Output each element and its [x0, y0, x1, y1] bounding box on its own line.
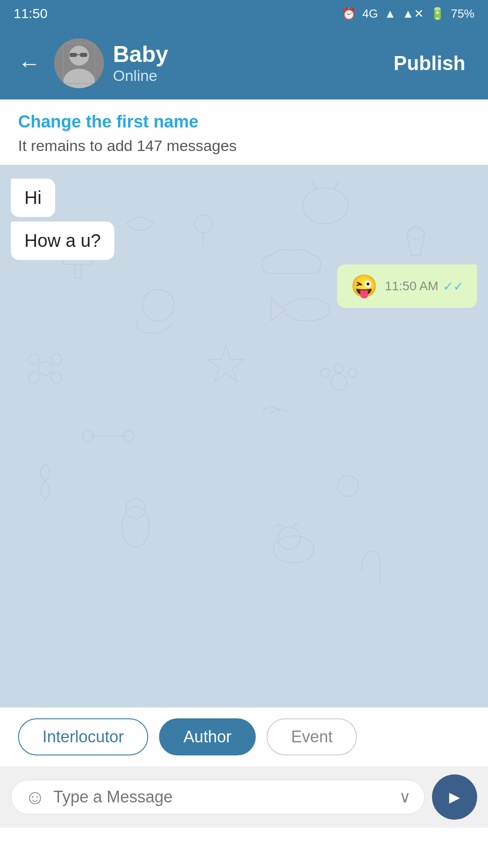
author-button[interactable]: Author — [159, 718, 256, 755]
chat-area: Hi How a u? 😜 11:50 AM ✓✓ — [0, 165, 488, 708]
signal-label: 4G — [362, 7, 378, 21]
message-bubble-2: How a u? — [11, 222, 114, 260]
input-wrapper: ☺ ∨ — [11, 780, 425, 814]
avatar-image — [54, 38, 104, 88]
send-icon: ► — [446, 787, 464, 807]
messages-container: Hi How a u? 😜 11:50 AM ✓✓ — [0, 165, 488, 321]
input-bar: ☺ ∨ ► — [0, 766, 488, 828]
signal-icon: ▲ — [384, 7, 396, 21]
message-bubble-1: Hi — [11, 179, 55, 217]
emoji-button[interactable]: ☺ — [25, 786, 45, 808]
contact-status: Online — [113, 67, 375, 85]
send-button[interactable]: ► — [432, 774, 477, 820]
message-text-2: How a u? — [24, 231, 101, 250]
event-button[interactable]: Event — [267, 718, 357, 755]
svg-point-24 — [321, 368, 330, 377]
signal-x-icon: ▲✕ — [402, 7, 424, 21]
svg-point-25 — [334, 364, 343, 373]
notice-title[interactable]: Change the first name — [18, 112, 470, 132]
message-meta-3: 11:50 AM ✓✓ — [385, 279, 464, 294]
message-ticks-3: ✓✓ — [443, 279, 464, 294]
svg-point-31 — [278, 527, 300, 549]
svg-point-30 — [273, 536, 314, 563]
back-button[interactable]: ← — [14, 47, 45, 79]
svg-point-17 — [51, 354, 62, 365]
svg-point-15 — [38, 362, 52, 375]
svg-rect-5 — [80, 53, 87, 57]
alarm-icon: ⏰ — [342, 7, 356, 21]
publish-button[interactable]: Publish — [385, 47, 474, 79]
svg-point-16 — [28, 354, 39, 365]
header-info: Baby Online — [113, 42, 375, 85]
selector-bar: Interlocutor Author Event — [0, 708, 488, 766]
contact-name: Baby — [113, 42, 375, 67]
battery-label: 75% — [451, 7, 474, 21]
interlocutor-button[interactable]: Interlocutor — [18, 718, 148, 755]
svg-point-23 — [331, 374, 347, 390]
svg-point-26 — [348, 368, 357, 377]
message-row-2: How a u? — [11, 222, 477, 260]
battery-icon: 🔋 — [430, 7, 445, 21]
header: ← Baby Online Publish — [0, 27, 488, 99]
svg-point-18 — [28, 372, 39, 383]
message-row-3: 😜 11:50 AM ✓✓ — [11, 264, 477, 308]
chevron-down-icon[interactable]: ∨ — [399, 788, 411, 807]
message-emoji-3: 😜 — [351, 274, 378, 299]
message-bubble-3: 😜 11:50 AM ✓✓ — [337, 264, 477, 308]
message-input[interactable] — [53, 788, 391, 807]
svg-marker-27 — [208, 346, 244, 382]
svg-rect-4 — [70, 53, 77, 57]
message-time-3: 11:50 AM — [385, 279, 438, 293]
svg-point-19 — [51, 372, 62, 383]
status-bar: 11:50 ⏰ 4G ▲ ▲✕ 🔋 75% — [0, 0, 488, 27]
status-icons: ⏰ 4G ▲ ▲✕ 🔋 75% — [342, 7, 474, 21]
notice-banner: Change the first name It remains to add … — [0, 99, 488, 165]
status-time: 11:50 — [14, 6, 47, 21]
notice-text: It remains to add 147 messages — [18, 137, 470, 155]
message-row-1: Hi — [11, 179, 477, 217]
message-text-1: Hi — [24, 188, 42, 208]
avatar — [54, 38, 104, 88]
